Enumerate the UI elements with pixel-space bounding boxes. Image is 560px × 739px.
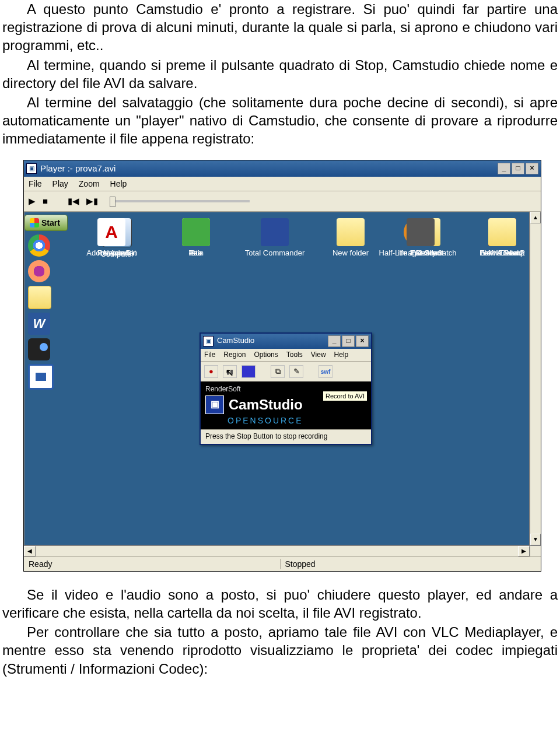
menu-play[interactable]: Play: [52, 178, 68, 189]
camstudio-window[interactable]: ▣ CamStudio _ □ × File Region Options To…: [200, 332, 372, 445]
paragraph: Al termine, quando si preme il pulsante …: [2, 56, 558, 92]
player-title-text: Player :- prova7.avi: [40, 163, 116, 174]
cs-maximize-button[interactable]: □: [342, 335, 355, 347]
camstudio-title-text: CamStudio: [217, 336, 254, 346]
desktop-icon[interactable]: [28, 364, 54, 390]
camstudio-menubar: File Region Options Tools View Help: [201, 349, 371, 362]
camera-icon[interactable]: [28, 338, 50, 360]
seek-slider[interactable]: [110, 200, 250, 202]
icon-new-folder2[interactable]: New Folder2: [470, 218, 530, 258]
camstudio-app-icon: ▣: [203, 336, 214, 346]
paragraph: Se il video e l'audio sono a posto, si p…: [2, 586, 558, 622]
cs-menu-tools[interactable]: Tools: [286, 351, 303, 360]
cs-menu-view[interactable]: View: [311, 351, 326, 360]
cs-annotation-button[interactable]: ✎: [289, 365, 303, 378]
camstudio-status: Press the Stop Button to stop recording: [201, 429, 371, 444]
icon-new-folder[interactable]: New folder: [318, 218, 383, 258]
status-left: Ready: [29, 559, 280, 569]
prev-icon[interactable]: ▮◀: [68, 197, 79, 205]
cursor-icon: ↖: [225, 366, 234, 380]
menu-help[interactable]: Help: [110, 178, 127, 189]
status-right: Stopped: [280, 559, 537, 569]
cs-menu-options[interactable]: Options: [254, 351, 278, 360]
paragraph: A questo punto Camstudio e' pronto a reg…: [2, 0, 558, 55]
video-area: Start W Computer Total Commander New fol…: [24, 212, 530, 545]
chrome-icon[interactable]: [28, 234, 50, 257]
cs-screen-button[interactable]: ⧉: [271, 365, 285, 378]
firefox-icon[interactable]: [28, 260, 50, 282]
paragraph: Per controllare che sia tutto a posto, a…: [2, 623, 558, 678]
player-statusbar: Ready Stopped: [24, 556, 541, 571]
vertical-scrollbar[interactable]: ▲ ▼: [530, 212, 541, 545]
windows-logo-icon: [30, 218, 39, 227]
stop-icon[interactable]: ■: [43, 197, 48, 205]
cs-menu-region[interactable]: Region: [223, 351, 246, 360]
cs-close-button[interactable]: ×: [356, 335, 369, 347]
maximize-button[interactable]: □: [512, 163, 524, 174]
player-toolbar: ▶ ■ ▮◀ ▶▮: [24, 191, 541, 212]
camstudio-logo-icon: ▣: [205, 395, 224, 414]
word-icon[interactable]: W: [28, 313, 50, 335]
player-window: ▣ Player :- prova7.avi _ □ × File Play Z…: [23, 160, 541, 572]
minimize-button[interactable]: _: [498, 163, 510, 174]
paragraph: Al termine del salvataggio (che solitame…: [2, 93, 558, 148]
next-icon[interactable]: ▶▮: [86, 197, 98, 205]
icon-total-commander[interactable]: Total Commander: [243, 218, 307, 258]
cs-minimize-button[interactable]: _: [328, 335, 341, 347]
cs-menu-help[interactable]: Help: [334, 351, 349, 360]
scroll-up-icon[interactable]: ▲: [530, 212, 541, 223]
cs-record-button[interactable]: ●: [204, 365, 218, 378]
icon-itman[interactable]: itman 2 Silent: [383, 218, 459, 258]
menu-zoom[interactable]: Zoom: [79, 178, 100, 189]
icon-sta[interactable]: Sta: [164, 218, 228, 258]
player-menubar: File Play Zoom Help: [24, 177, 541, 191]
explorer-icon[interactable]: [28, 286, 51, 309]
scroll-left-icon[interactable]: ◀: [24, 546, 36, 556]
tooltip-record-to-avi: Record to AVI: [323, 391, 368, 401]
camstudio-titlebar[interactable]: ▣ CamStudio _ □ ×: [201, 334, 371, 349]
camstudio-banner: RenderSoft ▣CamStudio OPENSOURCE: [201, 381, 371, 429]
cs-menu-file[interactable]: File: [204, 351, 215, 360]
start-button[interactable]: Start: [24, 215, 68, 231]
cs-swf-button[interactable]: swf: [318, 365, 332, 378]
horizontal-scrollbar[interactable]: ◀ ▶: [24, 545, 541, 556]
scroll-down-icon[interactable]: ▼: [530, 534, 541, 545]
cs-stop-button[interactable]: ■: [242, 365, 256, 378]
player-titlebar[interactable]: ▣ Player :- prova7.avi _ □ ×: [24, 160, 541, 177]
menu-file[interactable]: File: [29, 178, 42, 189]
scroll-right-icon[interactable]: ▶: [518, 546, 530, 556]
camstudio-toolbar: ● ▮▮ ■ ⧉ ✎ swf ↖: [201, 362, 371, 381]
close-button[interactable]: ×: [526, 163, 538, 174]
player-app-icon: ▣: [26, 163, 37, 174]
play-icon[interactable]: ▶: [29, 197, 36, 205]
icon-adobe-acrobat[interactable]: AAdobe Acrobat: [74, 218, 149, 258]
